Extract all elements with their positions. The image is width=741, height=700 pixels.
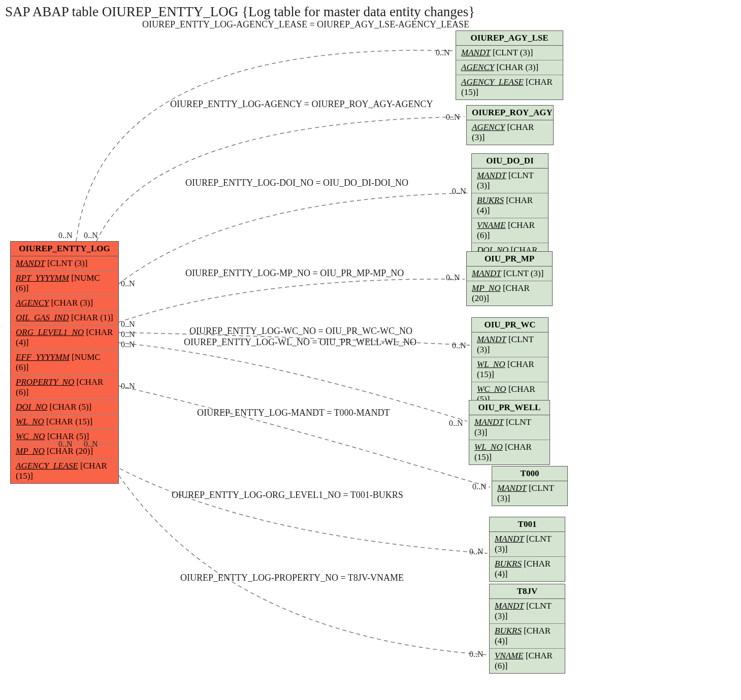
entity-attr: MANDT [CLNT (3)]	[490, 532, 565, 557]
entity-attr: MANDT [CLNT (3)]	[472, 169, 548, 193]
entity-attr: MANDT [CLNT (3)]	[456, 46, 563, 60]
cardinality-label: 0..N	[469, 547, 484, 556]
cardinality-label: 0..N	[436, 48, 450, 57]
entity-attr: BUKRS [CHAR (4)]	[472, 193, 548, 218]
entity-attr: AGENCY [CHAR (3)]	[11, 296, 118, 311]
entity-attr: VNAME [CHAR (6)]	[472, 218, 548, 243]
cardinality-label: 0..N	[472, 482, 487, 491]
cardinality-label: 0..N	[121, 279, 135, 288]
cardinality-label: 0..N	[449, 419, 463, 428]
entity-attr: WL_NO [CHAR (15)]	[469, 440, 550, 464]
cardinality-label: 0..N	[84, 440, 98, 449]
relationship-label: OIUREP_ENTTY_LOG-AGENCY = OIUREP_ROY_AGY…	[170, 99, 433, 110]
cardinality-label: 0..N	[446, 113, 460, 122]
entity-header: OIU_PR_MP	[467, 252, 552, 266]
cardinality-label: 0..N	[452, 341, 466, 350]
entity-attr: MANDT [CLNT (3)]	[490, 599, 565, 624]
entity-ref: OIU_PR_WELL MANDT [CLNT (3)] WL_NO [CHAR…	[469, 400, 550, 465]
cardinality-label: 0..N	[84, 231, 98, 240]
entity-attr: MANDT [CLNT (3)]	[472, 332, 548, 357]
relationship-label: OIUREP_ENTTY_LOG-WL_NO = OIU_PR_WELL-WL_…	[184, 337, 416, 348]
entity-header: OIU_DO_DI	[472, 154, 548, 169]
relationship-label: OIUREP_ENTTY_LOG-ORG_LEVEL1_NO = T001-BU…	[172, 490, 403, 501]
entity-attr: WL_NO [CHAR (15)]	[11, 415, 118, 429]
entity-attr: DOI_NO [CHAR (5)]	[11, 400, 118, 415]
entity-header: OIU_PR_WELL	[469, 401, 550, 415]
cardinality-label: 0..N	[58, 440, 73, 449]
entity-attr: RPT_YYYYMM [NUMC (6)]	[11, 271, 118, 296]
entity-attr: BUKRS [CHAR (4)]	[490, 624, 565, 649]
entity-attr: AGENCY_LEASE [CHAR (15)]	[456, 75, 563, 99]
page-title: SAP ABAP table OIUREP_ENTTY_LOG {Log tab…	[5, 4, 475, 20]
entity-ref: OIU_PR_WC MANDT [CLNT (3)] WL_NO [CHAR (…	[471, 317, 549, 407]
entity-ref: OIUREP_AGY_LSE MANDT [CLNT (3)] AGENCY […	[456, 30, 563, 100]
cardinality-label: 0..N	[446, 273, 460, 282]
cardinality-label: 0..N	[121, 340, 135, 349]
entity-header: OIU_PR_WC	[472, 318, 548, 332]
entity-attr: WL_NO [CHAR (15)]	[472, 357, 548, 382]
cardinality-label: 0..N	[121, 320, 135, 329]
entity-header: OIUREP_ENTTY_LOG	[11, 242, 118, 256]
entity-ref: OIUREP_ROY_AGY AGENCY [CHAR (3)]	[466, 105, 554, 145]
cardinality-label: 0..N	[469, 650, 484, 659]
entity-attr: MANDT [CLNT (3)]	[469, 415, 550, 440]
entity-header: OIUREP_AGY_LSE	[456, 31, 563, 46]
entity-attr: PROPERTY_NO [CHAR (6)]	[11, 375, 118, 400]
entity-ref: T8JV MANDT [CLNT (3)] BUKRS [CHAR (4)] V…	[489, 584, 565, 674]
entity-attr: AGENCY [CHAR (3)]	[467, 120, 553, 145]
relationship-label: OIUREP_ENTTY_LOG-MP_NO = OIU_PR_MP-MP_NO	[185, 268, 404, 279]
entity-header: T000	[492, 466, 567, 481]
entity-attr: MANDT [CLNT (3)]	[11, 256, 118, 271]
entity-attr: AGENCY [CHAR (3)]	[456, 60, 563, 75]
entity-header: OIUREP_ROY_AGY	[467, 106, 553, 120]
entity-attr: BUKRS [CHAR (4)]	[490, 557, 565, 581]
entity-attr: MP_NO [CHAR (20)]	[467, 281, 552, 306]
relationship-label: OIUREP_ENTTY_LOG-MANDT = T000-MANDT	[197, 408, 390, 418]
entity-attr: EFF_YYYYMM [NUMC (6)]	[11, 350, 118, 375]
entity-header: T8JV	[490, 584, 565, 599]
cardinality-label: 0..N	[58, 231, 73, 240]
cardinality-label: 0..N	[121, 382, 135, 391]
entity-attr: VNAME [CHAR (6)]	[490, 649, 565, 673]
entity-header: T001	[490, 517, 565, 532]
entity-attr: MANDT [CLNT (3)]	[492, 481, 567, 506]
relationship-label: OIUREP_ENTTY_LOG-DOI_NO = OIU_DO_DI-DOI_…	[185, 178, 408, 188]
entity-ref: T000 MANDT [CLNT (3)]	[492, 466, 568, 506]
entity-attr: MANDT [CLNT (3)]	[467, 266, 552, 281]
relationship-label: OIUREP_ENTTY_LOG-PROPERTY_NO = T8JV-VNAM…	[180, 573, 404, 583]
relationship-label: OIUREP_ENTTY_LOG-WC_NO = OIU_PR_WC-WC_NO	[189, 326, 412, 337]
entity-ref: T001 MANDT [CLNT (3)] BUKRS [CHAR (4)]	[489, 517, 565, 582]
cardinality-label: 0..N	[121, 330, 135, 339]
entity-attr: AGENCY_LEASE [CHAR (15)]	[11, 459, 118, 483]
entity-attr: ORG_LEVEL1_NO [CHAR (4)]	[11, 325, 118, 350]
entity-ref: OIU_PR_MP MANDT [CLNT (3)] MP_NO [CHAR (…	[466, 251, 553, 306]
relationship-label: OIUREP_ENTTY_LOG-AGENCY_LEASE = OIUREP_A…	[142, 19, 469, 30]
entity-attr: OIL_GAS_IND [CHAR (1)]	[11, 311, 118, 325]
cardinality-label: 0..N	[452, 187, 466, 196]
